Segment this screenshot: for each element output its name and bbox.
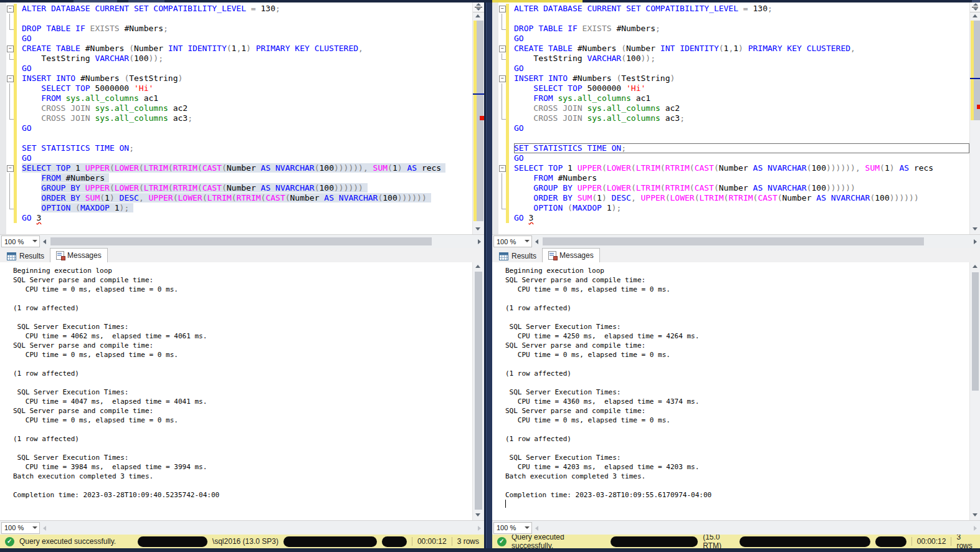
messages-horizontal-scroll-row: 100 % bbox=[0, 520, 484, 535]
success-check-icon bbox=[497, 537, 507, 546]
code-line: OPTION (MAXDOP 1); bbox=[514, 203, 969, 213]
scroll-right-arrow-icon[interactable] bbox=[971, 523, 980, 533]
tab-results[interactable]: Results bbox=[1, 250, 50, 262]
tab-messages[interactable]: Messages bbox=[50, 248, 108, 262]
scroll-right-arrow-icon[interactable] bbox=[971, 237, 980, 246]
fold-collapse-icon[interactable]: − bbox=[499, 6, 506, 12]
horizontal-scrollbar[interactable] bbox=[541, 236, 971, 247]
results-tab-strip: Results Messages bbox=[492, 248, 980, 262]
scroll-down-arrow-icon[interactable] bbox=[970, 224, 980, 233]
fold-collapse-icon[interactable]: − bbox=[7, 45, 14, 52]
scroll-up-arrow-icon[interactable] bbox=[970, 262, 980, 271]
sql-code[interactable]: ALTER DATABASE CURRENT SET COMPATIBILITY… bbox=[22, 4, 472, 223]
status-message: Query executed successfully. bbox=[511, 533, 606, 550]
change-tracking-bar bbox=[14, 4, 17, 223]
fold-extent-line bbox=[502, 54, 506, 60]
horizontal-scrollbar[interactable] bbox=[49, 236, 475, 247]
scroll-up-arrow-icon[interactable] bbox=[473, 12, 484, 21]
scrollbar-thumb[interactable] bbox=[50, 237, 432, 245]
code-line: GO bbox=[514, 153, 969, 163]
scroll-down-arrow-icon[interactable] bbox=[473, 510, 484, 519]
results-tab-strip: Results Messages bbox=[0, 248, 484, 262]
splitter-handle-icon[interactable] bbox=[473, 2, 484, 12]
scroll-left-arrow-icon[interactable] bbox=[532, 237, 541, 246]
scrollbar-caret-marker bbox=[970, 78, 980, 79]
tab-label: Messages bbox=[67, 251, 102, 260]
separator bbox=[452, 537, 452, 546]
scrollbar-change-annotation bbox=[971, 21, 974, 120]
scroll-down-arrow-icon[interactable] bbox=[473, 224, 484, 233]
fold-collapse-icon[interactable]: − bbox=[499, 165, 506, 172]
scrollbar-caret-marker bbox=[473, 93, 484, 95]
code-line bbox=[22, 14, 472, 24]
scroll-right-arrow-icon[interactable] bbox=[475, 523, 484, 533]
fold-extent-line bbox=[9, 14, 14, 30]
code-line bbox=[514, 133, 969, 143]
status-right-cluster: \sql2016 (13.0 SP3) 00:00:12 3 rows bbox=[138, 536, 479, 547]
editor-vertical-scrollbar[interactable] bbox=[472, 2, 484, 234]
sql-editor-right[interactable]: ALTER DATABASE CURRENT SET COMPATIBILITY… bbox=[492, 2, 980, 234]
scrollbar-thumb[interactable] bbox=[543, 237, 924, 245]
sql-editor-left[interactable]: ALTER DATABASE CURRENT SET COMPATIBILITY… bbox=[0, 2, 484, 234]
messages-pane-right[interactable]: Beginning execution loop SQL Server pars… bbox=[492, 262, 980, 520]
messages-pane-left[interactable]: Beginning execution loop SQL Server pars… bbox=[0, 262, 484, 520]
editor-zoom-select[interactable]: 100 % bbox=[1, 236, 40, 247]
messages-text: Beginning execution loop SQL Server pars… bbox=[492, 262, 969, 520]
messages-zoom-select[interactable]: 100 % bbox=[493, 522, 532, 534]
scroll-left-arrow-icon[interactable] bbox=[40, 523, 49, 533]
code-line bbox=[22, 133, 472, 143]
window-divider[interactable] bbox=[484, 2, 492, 548]
code-line: CREATE TABLE #Numbers (Number INT IDENTI… bbox=[514, 44, 969, 54]
scroll-down-arrow-icon[interactable] bbox=[970, 510, 980, 519]
fold-collapse-icon[interactable]: − bbox=[7, 75, 14, 82]
scrollbar-error-marker bbox=[977, 105, 980, 109]
code-area[interactable]: ALTER DATABASE CURRENT SET COMPATIBILITY… bbox=[6, 2, 472, 234]
fold-collapse-icon[interactable]: − bbox=[7, 6, 14, 12]
scroll-left-arrow-icon[interactable] bbox=[532, 523, 541, 533]
chevron-down-icon bbox=[32, 526, 37, 529]
status-right-cluster: (15.0 RTM) 00:00:12 3 rows bbox=[611, 533, 975, 550]
scroll-right-arrow-icon[interactable] bbox=[475, 237, 484, 246]
separator bbox=[412, 537, 412, 546]
tab-label: Results bbox=[511, 252, 536, 260]
horizontal-scrollbar[interactable] bbox=[541, 523, 971, 533]
chevron-down-icon bbox=[525, 240, 530, 242]
code-area[interactable]: ALTER DATABASE CURRENT SET COMPATIBILITY… bbox=[498, 2, 969, 234]
splitter-handle-icon[interactable] bbox=[970, 2, 980, 12]
scrollbar-thumb[interactable] bbox=[477, 21, 483, 221]
scroll-up-arrow-icon[interactable] bbox=[473, 262, 484, 271]
results-grid-icon bbox=[7, 252, 16, 260]
fold-collapse-icon[interactable]: − bbox=[7, 165, 14, 172]
fold-extent-line bbox=[502, 83, 506, 120]
code-line: GO bbox=[22, 153, 472, 163]
horizontal-scrollbar[interactable] bbox=[49, 523, 475, 533]
sql-code[interactable]: ALTER DATABASE CURRENT SET COMPATIBILITY… bbox=[514, 4, 969, 223]
messages-vertical-scrollbar[interactable] bbox=[969, 262, 980, 520]
status-bar-right: Query executed successfully. (15.0 RTM) … bbox=[492, 535, 980, 548]
scroll-up-arrow-icon[interactable] bbox=[970, 12, 980, 21]
code-line: ORDER BY SUM(1) DESC, UPPER(LOWER(LTRIM(… bbox=[22, 193, 472, 203]
zoom-value: 100 % bbox=[4, 238, 24, 245]
editor-zoom-select[interactable]: 100 % bbox=[493, 236, 532, 247]
code-line: ALTER DATABASE CURRENT SET COMPATIBILITY… bbox=[22, 4, 472, 14]
code-line: GROUP BY UPPER(LOWER(LTRIM(RTRIM(CAST(Nu… bbox=[22, 183, 472, 193]
scrollbar-thumb[interactable] bbox=[972, 272, 979, 391]
messages-zoom-select[interactable]: 100 % bbox=[1, 522, 40, 534]
text-cursor bbox=[505, 500, 506, 508]
fold-collapse-icon[interactable]: − bbox=[499, 75, 506, 82]
editor-indicator-margin bbox=[0, 2, 6, 234]
tab-label: Messages bbox=[559, 251, 594, 260]
change-tracking-bar bbox=[506, 4, 509, 223]
scrollbar-thumb[interactable] bbox=[475, 272, 482, 510]
messages-icon bbox=[56, 251, 64, 260]
tab-messages[interactable]: Messages bbox=[542, 248, 600, 262]
chevron-down-icon bbox=[525, 526, 530, 529]
code-line: GO bbox=[22, 123, 472, 133]
messages-vertical-scrollbar[interactable] bbox=[472, 262, 484, 520]
fold-collapse-icon[interactable]: − bbox=[499, 45, 506, 52]
tab-results[interactable]: Results bbox=[493, 250, 542, 262]
editor-vertical-scrollbar[interactable] bbox=[969, 2, 980, 234]
code-line: INSERT INTO #Numbers (TestString) bbox=[514, 74, 969, 83]
fold-extent-line bbox=[9, 83, 14, 120]
scroll-left-arrow-icon[interactable] bbox=[40, 237, 49, 246]
